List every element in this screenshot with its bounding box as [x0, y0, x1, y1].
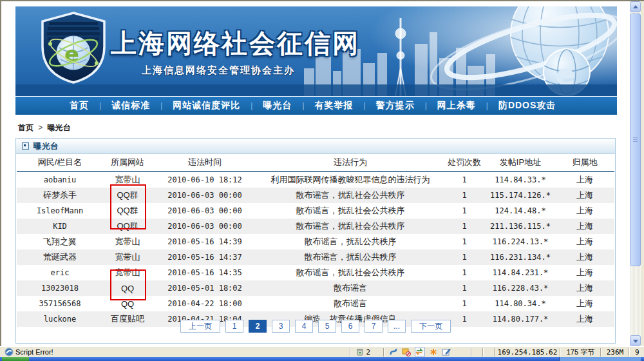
pagination-next-button[interactable]: 下一页 [411, 320, 451, 333]
scrollbar-up-button[interactable] [630, 1, 641, 12]
nav-item-credit-standard[interactable]: 诚信标准 [101, 100, 160, 112]
pagination-page-2-active[interactable]: 2 [249, 320, 267, 333]
table-row: KID QQ群 2010-06-03 00:00 散布谣言，扰乱社会公共秩序 1… [17, 219, 614, 234]
cell-ip: 116.224.13.* [486, 234, 555, 249]
status-message: Script Error! [15, 348, 53, 356]
table-header-row: 网民/栏目名 所属网站 违法时间 违法行为 处罚次数 发帖IP地址 归属地 [17, 154, 614, 171]
col-header-count: 处罚次数 [443, 154, 486, 171]
cell-count: 1 [443, 265, 486, 280]
cell-ip: 124.14.48.* [486, 203, 555, 219]
status-number: 9 [630, 347, 644, 357]
nav-item-police-tips[interactable]: 警方提示 [366, 100, 425, 112]
exposure-table: 网民/栏目名 所属网站 违法时间 违法行为 处罚次数 发帖IP地址 归属地 ao… [17, 154, 614, 327]
panel-title: 曝光台 [33, 141, 59, 152]
asterisk-icon[interactable] [429, 347, 438, 356]
scrollbar-grip-icon [633, 137, 638, 142]
popup-blocker-icon[interactable] [402, 347, 411, 356]
pagination-page-1[interactable]: 1 [225, 320, 243, 333]
cell-user: eric [17, 265, 103, 280]
table-row: eric 宽带山 2010-05-16 14:35 散布谣言，扰乱社会公共秩序 … [17, 265, 614, 280]
cell-site: 宽带山 [103, 171, 152, 188]
cell-count: 1 [443, 203, 486, 219]
cell-site: QQ群 [103, 203, 152, 219]
col-header-region: 归属地 [555, 154, 614, 171]
cell-time: 2010-06-03 00:00 [152, 219, 258, 234]
cell-time: 2010-04-22 18:00 [152, 296, 258, 311]
nav-item-online-antivirus[interactable]: 网上杀毒 [427, 100, 486, 112]
cell-ip: 211.136.115.* [486, 219, 555, 234]
col-header-ip: 发帖IP地址 [486, 154, 555, 171]
scrollbar-down-button[interactable] [630, 335, 641, 346]
cell-site: QQ群 [103, 188, 152, 203]
cell-act: 散布谣言，扰乱公共秩序 [258, 234, 443, 249]
breadcrumb-separator: > [35, 123, 45, 132]
table-row: 13023018 QQ 2010-05-01 18:02 散布谣言 1 116.… [17, 280, 614, 296]
square-bullet-icon [22, 142, 29, 150]
cell-region: 上海 [555, 280, 614, 296]
nav-item-anti-ddos[interactable]: 防DDOS攻击 [488, 100, 566, 112]
col-header-act: 违法行为 [258, 154, 443, 171]
site-subtitle: 上海信息网络安全管理协会主办 [142, 64, 295, 77]
hand-swoosh-icon[interactable] [389, 347, 398, 356]
cell-time: 2010-05-01 18:02 [152, 280, 258, 296]
start-button-edge[interactable] [2, 357, 29, 361]
shield-logo-art: e [43, 13, 104, 83]
table-row: 荒诞武器 宽带山 2010-05-16 14:37 散布谣言，扰乱公共秩序 1 … [17, 249, 614, 265]
pagination-page-7[interactable]: 7 [365, 320, 383, 333]
cell-site: 宽带山 [103, 249, 152, 265]
taskbar-strip [0, 357, 644, 361]
nav-item-home[interactable]: 首页 [59, 100, 99, 112]
browser-viewport: e e 上海网络社会征信网 上海信息网络安全管理协会主办 [1, 1, 630, 346]
table-row: 碎梦杀手 QQ群 2010-06-03 00:00 散布谣言，扰乱社会公共秩序 … [17, 188, 614, 203]
cell-count: 1 [443, 280, 486, 296]
cell-count: 1 [443, 171, 486, 188]
cell-user: 飞翔之翼 [17, 234, 103, 249]
cell-count: 1 [443, 296, 486, 311]
cell-ip: 114.84.231.* [486, 265, 555, 280]
col-header-site: 所属网站 [103, 154, 152, 171]
cell-region: 上海 [555, 188, 614, 203]
cell-time: 2010-05-16 14:35 [152, 265, 258, 280]
cell-site: 宽带山 [103, 234, 152, 249]
col-header-user: 网民/栏目名 [17, 154, 103, 171]
status-bar: Script Error! 2 169.254.185.62 175 字节 23… [0, 346, 644, 357]
status-trash-segment: 2 [351, 347, 384, 357]
nav-item-exposure[interactable]: 曝光台 [252, 100, 302, 112]
cell-site: QQ [103, 280, 152, 296]
vertical-scrollbar[interactable] [630, 1, 641, 346]
pagination: 上一页 1 2 3 4 5 6 7 ... 下一页 [16, 320, 615, 333]
system-tray-edge [559, 357, 641, 361]
panel-header: 曝光台 [16, 139, 615, 154]
nav-item-reward-report[interactable]: 有奖举报 [305, 100, 364, 112]
cell-time: 2010-06-03 00:00 [152, 188, 258, 203]
breadcrumb-home-link[interactable]: 首页 [18, 123, 33, 132]
status-bytes: 175 字节 [561, 347, 600, 357]
cell-act: 散布谣言，扰乱公共秩序 [258, 249, 443, 265]
cell-time: 2010-05-16 14:37 [152, 249, 258, 265]
refresh-arrows-icon[interactable] [415, 347, 425, 357]
pagination-page-4[interactable]: 4 [295, 320, 313, 333]
chevron-down-icon [633, 340, 638, 343]
status-message-segment: Script Error! [0, 347, 350, 357]
cell-time: 2010-05-16 14:39 [152, 234, 258, 249]
cell-user: 357156568 [17, 296, 103, 311]
col-header-time: 违法时间 [152, 154, 258, 171]
cell-act: 散布谣言，扰乱社会公共秩序 [258, 265, 443, 280]
cell-ip: 116.231.134.* [486, 249, 555, 265]
pagination-page-6[interactable]: 6 [341, 320, 359, 333]
cell-user: 荒诞武器 [17, 249, 103, 265]
pagination-ellipsis[interactable]: ... [388, 320, 406, 333]
cell-act: 散布谣言 [258, 280, 443, 296]
nav-item-site-credit-rating[interactable]: 网站诚信度评比 [162, 100, 251, 112]
cell-region: 上海 [555, 265, 614, 280]
trash-icon[interactable] [355, 347, 365, 356]
cell-user: 碎梦杀手 [17, 188, 103, 203]
table-row: 357156568 QQ 2010-04-22 18:00 散布谣言 1 114… [17, 296, 614, 311]
scrollbar-thumb[interactable] [630, 14, 641, 266]
pagination-page-3[interactable]: 3 [272, 320, 290, 333]
cell-region: 上海 [555, 296, 614, 311]
breadcrumb-current: 曝光台 [48, 123, 71, 132]
pagination-prev-button[interactable]: 上一页 [180, 320, 220, 333]
compose-icon[interactable] [442, 347, 451, 356]
pagination-page-5[interactable]: 5 [318, 320, 336, 333]
